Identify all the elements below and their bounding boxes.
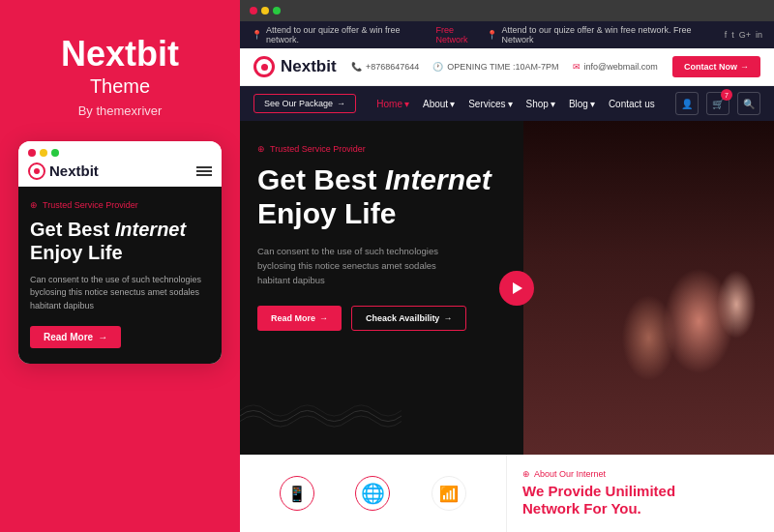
googleplus-icon[interactable]: G+: [739, 30, 751, 40]
announce-right-text: Attend to our quize offer & win free net…: [501, 25, 720, 44]
hero-section: ⊕ Trusted Service Provider Get Best Inte…: [240, 121, 774, 455]
nav-action-icons: 👤 🛒 7 🔍: [675, 92, 760, 115]
chevron-down-icon3: ▾: [508, 99, 513, 109]
arrow-right-icon-btn: →: [319, 313, 328, 323]
wifi-icon: 📶: [439, 485, 459, 503]
bottom-icons-area: 📱 🌐 📶: [240, 455, 507, 532]
arrow-right-icon-btn2: →: [443, 313, 452, 323]
see-package-button[interactable]: See Our Package →: [253, 94, 356, 113]
mobile-topbar: [18, 141, 222, 157]
people-image: [523, 121, 774, 455]
check-availability-button[interactable]: Cheack Availbility →: [351, 306, 466, 331]
about-section: ⊕ About Our Internet We Provide Unilimit…: [507, 455, 774, 532]
wifi-service-icon: 📶: [432, 476, 466, 511]
arrow-icon-sm: →: [337, 99, 345, 108]
about-title: We Provide Unilimited Network For You.: [522, 483, 759, 517]
play-icon: [513, 282, 522, 294]
nav-item-shop[interactable]: Shop ▾: [526, 99, 555, 109]
play-button[interactable]: [499, 271, 534, 306]
globe-icon: 🌐: [361, 482, 385, 505]
hero-title: Get Best Internet Enjoy Life: [257, 163, 515, 230]
hero-wave-decoration: [240, 387, 402, 445]
main-nav: Nextbit 📞 +8768647644 🕐 OPENING TIME :10…: [240, 48, 774, 86]
announce-link[interactable]: Free Network: [436, 25, 488, 44]
globe-service-icon: 🌐: [355, 476, 390, 511]
nav-item-contact[interactable]: Contact us: [609, 99, 655, 109]
mobile-hero: ⊕ Trusted Service Provider Get Best Inte…: [18, 187, 222, 365]
nav-email: ✉ info@webmail.com: [573, 62, 658, 72]
chevron-down-icon5: ▾: [590, 99, 595, 109]
about-title-colored: Unilimited: [606, 483, 676, 499]
clock-icon: 🕐: [432, 62, 443, 72]
user-icon: 👤: [681, 99, 693, 109]
cart-badge: 7: [721, 89, 732, 101]
nav-menu: Home ▾ About ▾ Services ▾ Shop ▾ Blog ▾ …: [376, 99, 654, 109]
hamburger-line1: [196, 166, 212, 168]
announce-left: 📍 Attend to our quize offer & win free n…: [252, 25, 487, 44]
mobile-trusted-label: ⊕ Trusted Service Provider: [30, 200, 210, 210]
opening-hours: OPENING TIME :10AM-7PM: [447, 62, 558, 72]
nav-phone: 📞 +8768647644: [351, 62, 419, 72]
twitter-icon[interactable]: t: [731, 30, 734, 40]
mobile-title-end: Enjoy Life: [30, 242, 123, 263]
hero-content: ⊕ Trusted Service Provider Get Best Inte…: [240, 121, 534, 455]
theme-author: By themexriver: [78, 103, 163, 118]
announce-icon2: 📍: [487, 30, 497, 40]
social-icons: f t G+ in: [725, 30, 762, 40]
mobile-read-more-button[interactable]: Read More →: [30, 326, 121, 348]
announce-bar: 📍 Attend to our quize offer & win free n…: [240, 21, 774, 48]
linkedin-icon[interactable]: in: [756, 30, 762, 40]
email-icon: ✉: [573, 62, 580, 72]
trusted-service-label: ⊕ Trusted Service Provider: [257, 144, 515, 154]
mobile-title-italic: Internet: [115, 219, 186, 240]
facebook-icon[interactable]: f: [725, 30, 728, 40]
announce-text: Attend to our quize offer & win free net…: [266, 25, 432, 44]
browser-dot-green: [273, 7, 281, 15]
mobile-hero-desc: Can consent to the use of such technolog…: [30, 274, 210, 313]
nav-hours: 🕐 OPENING TIME :10AM-7PM: [432, 62, 558, 72]
arrow-icon: →: [740, 62, 749, 72]
right-panel: 📍 Attend to our quize offer & win free n…: [240, 0, 774, 532]
hamburger-menu[interactable]: [196, 166, 212, 176]
mobile-hero-title: Get Best Internet Enjoy Life: [30, 218, 210, 264]
about-label: ⊕ About Our Internet: [522, 469, 759, 479]
chevron-down-icon: ▾: [404, 99, 409, 109]
hamburger-line2: [196, 170, 212, 172]
trusted-icon: ⊕: [30, 200, 38, 210]
mobile-nav: Nextbit: [18, 157, 222, 187]
hamburger-line3: [196, 174, 212, 176]
chevron-down-icon2: ▾: [450, 99, 455, 109]
chevron-down-icon4: ▾: [551, 99, 555, 109]
bottom-section: 📱 🌐 📶 ⊕ About Our Internet We Provide Un…: [240, 455, 774, 532]
dot-yellow: [40, 149, 47, 157]
left-panel: Nextbit Theme By themexriver Nextbit: [0, 0, 240, 532]
trusted-service-icon: ⊕: [257, 144, 265, 154]
read-more-button[interactable]: Read More →: [257, 306, 342, 331]
arrow-right-icon: →: [98, 332, 107, 342]
user-icon-button[interactable]: 👤: [675, 92, 699, 115]
contact-now-button[interactable]: Contact Now →: [672, 56, 760, 77]
email-address: info@webmail.com: [584, 62, 658, 72]
nav-item-home[interactable]: Home ▾: [376, 99, 409, 109]
mobile-icon: 📱: [287, 485, 307, 503]
search-icon-button[interactable]: 🔍: [737, 92, 760, 115]
browser-dot-yellow: [261, 7, 269, 15]
mobile-service-icon: 📱: [280, 476, 314, 511]
nav-logo-inner-dot: [261, 64, 268, 71]
phone-icon: 📞: [351, 62, 362, 72]
mobile-title-plain: Get Best: [30, 219, 115, 240]
about-icon: ⊕: [522, 469, 530, 479]
nav-item-blog[interactable]: Blog ▾: [569, 99, 595, 109]
mobile-logo: Nextbit: [28, 163, 99, 180]
nav-item-services[interactable]: Services ▾: [468, 99, 512, 109]
dot-green: [51, 149, 59, 157]
nav-contact-info: 📞 +8768647644 🕐 OPENING TIME :10AM-7PM ✉…: [351, 62, 658, 72]
browser-dot-red: [250, 7, 257, 15]
mobile-logo-icon: [28, 163, 45, 180]
browser-dots: [250, 7, 281, 15]
cart-icon-button[interactable]: 🛒 7: [706, 92, 729, 115]
nav-item-about[interactable]: About ▾: [423, 99, 455, 109]
search-icon: 🔍: [743, 99, 755, 109]
announce-right: 📍 Attend to our quize offer & win free n…: [487, 25, 762, 44]
browser-chrome: [240, 0, 774, 21]
